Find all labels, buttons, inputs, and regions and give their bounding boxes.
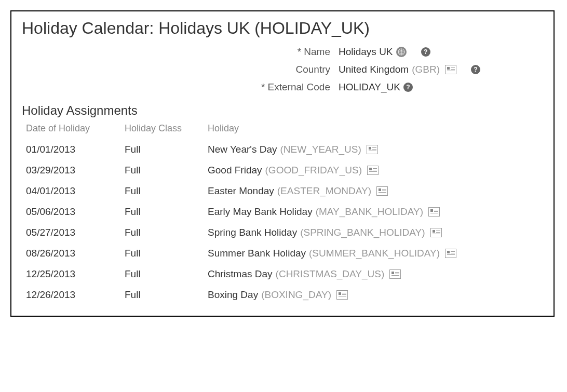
cell-class: Full	[125, 185, 208, 197]
cell-class: Full	[125, 144, 208, 155]
holiday-name: Christmas Day	[208, 268, 273, 280]
table-row: 12/25/2013FullChristmas Day(CHRISTMAS_DA…	[22, 264, 543, 285]
field-external-code-value: HOLIDAY_UK ?	[339, 82, 413, 93]
cell-class: Full	[125, 206, 208, 218]
holiday-code: (EASTER_MONDAY)	[277, 185, 371, 197]
table-row: 04/01/2013FullEaster Monday(EASTER_MONDA…	[22, 181, 543, 201]
cell-holiday: New Year's Day(NEW_YEAR_US)	[208, 144, 543, 155]
table-row: 08/26/2013FullSummer Bank Holiday(SUMMER…	[22, 243, 543, 264]
cell-date: 12/25/2013	[26, 268, 125, 280]
holiday-code: (SPRING_BANK_HOLIDAY)	[300, 227, 425, 238]
holiday-name: Boxing Day	[208, 289, 258, 301]
country-text: United Kingdom	[339, 64, 409, 75]
holiday-name: Early May Bank Holiday	[208, 206, 313, 218]
cell-class: Full	[125, 268, 208, 280]
cell-class: Full	[125, 248, 208, 259]
field-country-value: United Kingdom (GBR) ?	[339, 64, 480, 75]
help-icon[interactable]: ?	[403, 83, 413, 92]
cell-holiday: Early May Bank Holiday(MAY_BANK_HOLIDAY)	[208, 206, 543, 218]
globe-icon[interactable]	[396, 47, 407, 57]
field-country-label: Country	[22, 64, 339, 75]
cell-class: Full	[125, 165, 208, 176]
cell-holiday: Spring Bank Holiday(SPRING_BANK_HOLIDAY)	[208, 227, 543, 238]
detail-icon[interactable]	[367, 145, 378, 154]
holiday-code: (NEW_YEAR_US)	[280, 144, 361, 155]
cell-date: 01/01/2013	[26, 144, 125, 155]
table-row: 12/26/2013FullBoxing Day(BOXING_DAY)	[22, 285, 543, 305]
holiday-name: New Year's Day	[208, 144, 277, 155]
cell-date: 03/29/2013	[26, 165, 125, 176]
cell-date: 04/01/2013	[26, 185, 125, 197]
field-name-label: * Name	[22, 46, 339, 58]
page-title: Holiday Calendar: Holidays UK (HOLIDAY_U…	[22, 19, 543, 38]
cell-date: 05/06/2013	[26, 206, 125, 218]
table-header: Date of Holiday Holiday Class Holiday	[22, 123, 543, 134]
assignments-section-title: Holiday Assignments	[22, 103, 543, 118]
name-text: Holidays UK	[339, 46, 393, 58]
holiday-code: (BOXING_DAY)	[261, 289, 331, 301]
table-row: 03/29/2013FullGood Friday(GOOD_FRIDAY_US…	[22, 160, 543, 181]
cell-holiday: Boxing Day(BOXING_DAY)	[208, 289, 543, 301]
holiday-code: (CHRISTMAS_DAY_US)	[276, 268, 385, 280]
table-body: 01/01/2013FullNew Year's Day(NEW_YEAR_US…	[22, 139, 543, 305]
field-name-row: * Name Holidays UK ?	[22, 46, 543, 58]
detail-icon[interactable]	[367, 166, 379, 175]
assignments-table: Date of Holiday Holiday Class Holiday 01…	[22, 123, 543, 305]
field-external-code-label: * External Code	[22, 82, 339, 93]
external-code-text: HOLIDAY_UK	[339, 82, 400, 93]
column-date-header: Date of Holiday	[26, 123, 125, 134]
holiday-name: Good Friday	[208, 165, 262, 176]
detail-icon[interactable]	[428, 207, 440, 217]
country-code: (GBR)	[412, 64, 440, 75]
table-row: 05/27/2013FullSpring Bank Holiday(SPRING…	[22, 222, 543, 243]
cell-date: 05/27/2013	[26, 227, 125, 238]
holiday-code: (GOOD_FRIDAY_US)	[265, 165, 362, 176]
cell-holiday: Good Friday(GOOD_FRIDAY_US)	[208, 165, 543, 176]
column-holiday-header: Holiday	[208, 123, 543, 134]
column-class-header: Holiday Class	[125, 123, 208, 134]
table-row: 05/06/2013FullEarly May Bank Holiday(MAY…	[22, 201, 543, 222]
cell-class: Full	[125, 227, 208, 238]
detail-icon[interactable]	[376, 186, 388, 196]
holiday-name: Spring Bank Holiday	[208, 227, 297, 238]
detail-icon[interactable]	[430, 228, 442, 237]
detail-icon[interactable]	[389, 269, 401, 279]
field-country-row: Country United Kingdom (GBR) ?	[22, 64, 543, 75]
help-icon[interactable]: ?	[421, 47, 430, 57]
cell-holiday: Christmas Day(CHRISTMAS_DAY_US)	[208, 268, 543, 280]
detail-icon[interactable]	[445, 65, 456, 74]
holiday-name: Easter Monday	[208, 185, 274, 197]
holiday-name: Summer Bank Holiday	[208, 248, 306, 259]
field-external-code-row: * External Code HOLIDAY_UK ?	[22, 82, 543, 93]
holiday-code: (MAY_BANK_HOLIDAY)	[316, 206, 423, 218]
help-icon[interactable]: ?	[471, 65, 480, 74]
table-row: 01/01/2013FullNew Year's Day(NEW_YEAR_US…	[22, 139, 543, 160]
cell-class: Full	[125, 289, 208, 301]
cell-holiday: Summer Bank Holiday(SUMMER_BANK_HOLIDAY)	[208, 248, 543, 259]
detail-icon[interactable]	[336, 290, 348, 300]
cell-holiday: Easter Monday(EASTER_MONDAY)	[208, 185, 543, 197]
field-name-value: Holidays UK ?	[339, 46, 430, 58]
header-fields: * Name Holidays UK ? Country United King…	[22, 46, 543, 93]
detail-icon[interactable]	[445, 249, 456, 258]
cell-date: 12/26/2013	[26, 289, 125, 301]
holiday-code: (SUMMER_BANK_HOLIDAY)	[309, 248, 440, 259]
cell-date: 08/26/2013	[26, 248, 125, 259]
holiday-calendar-panel: Holiday Calendar: Holidays UK (HOLIDAY_U…	[10, 10, 555, 317]
